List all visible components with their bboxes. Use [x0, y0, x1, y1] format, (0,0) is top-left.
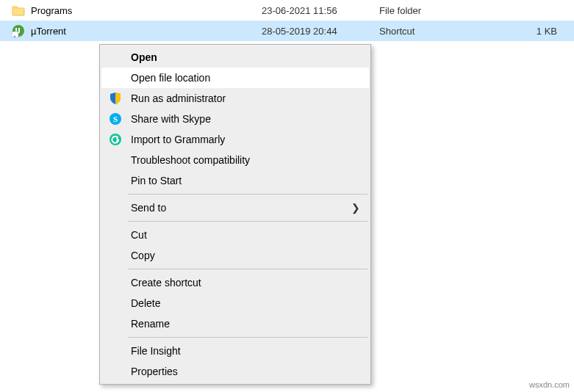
menu-delete[interactable]: Delete [101, 293, 369, 313]
menu-share-skype[interactable]: S Share with Skype [101, 109, 369, 129]
file-date: 28-05-2019 20:44 [262, 26, 379, 37]
context-menu: Open Open file location Run as administr… [99, 44, 371, 385]
menu-send-to[interactable]: Send to ❯ [101, 197, 369, 218]
folder-icon [12, 4, 25, 17]
watermark: wsxdn.com [529, 380, 570, 389]
menu-troubleshoot-compatibility[interactable]: Troubleshoot compatibility [101, 150, 369, 170]
file-row-programs[interactable]: Programs 23-06-2021 11:56 File folder [0, 0, 574, 21]
file-date: 23-06-2021 11:56 [262, 5, 379, 16]
menu-open-file-location[interactable]: Open file location [101, 68, 369, 88]
file-type: File folder [379, 5, 526, 16]
menu-separator [128, 194, 367, 195]
menu-run-as-administrator[interactable]: Run as administrator [101, 88, 369, 109]
menu-rename[interactable]: Rename [101, 313, 369, 334]
utorrent-icon [12, 24, 25, 37]
file-list: Programs 23-06-2021 11:56 File folder µT… [0, 0, 574, 41]
file-type: Shortcut [379, 26, 526, 37]
menu-open[interactable]: Open [101, 47, 369, 68]
svg-text:S: S [113, 115, 118, 123]
shield-icon [107, 90, 123, 106]
chevron-right-icon: ❯ [351, 202, 360, 214]
file-size: 1 KB [526, 26, 563, 37]
menu-pin-to-start[interactable]: Pin to Start [101, 170, 369, 191]
grammarly-icon [107, 131, 123, 148]
file-name: Programs [31, 5, 72, 16]
menu-cut[interactable]: Cut [101, 225, 369, 245]
menu-copy[interactable]: Copy [101, 245, 369, 266]
menu-import-grammarly[interactable]: Import to Grammarly [101, 129, 369, 150]
menu-separator [128, 221, 367, 222]
menu-file-insight[interactable]: File Insight [101, 341, 369, 361]
menu-properties[interactable]: Properties [101, 361, 369, 382]
file-name: µTorrent [31, 26, 66, 37]
menu-separator [128, 337, 367, 338]
menu-create-shortcut[interactable]: Create shortcut [101, 272, 369, 293]
file-row-utorrent[interactable]: µTorrent 28-05-2019 20:44 Shortcut 1 KB [0, 21, 574, 41]
menu-separator [128, 269, 367, 269]
skype-icon: S [107, 111, 123, 127]
